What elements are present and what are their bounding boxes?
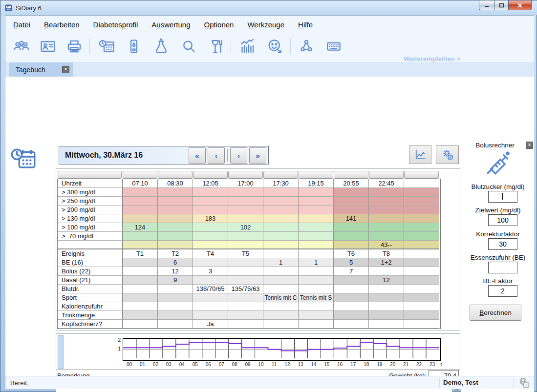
table-cell[interactable]	[193, 188, 228, 197]
last-day-button[interactable]: »	[249, 147, 266, 164]
table-cell[interactable]: 124	[123, 223, 158, 232]
table-cell[interactable]	[228, 320, 263, 329]
table-cell[interactable]: 9	[158, 276, 193, 285]
table-cell[interactable]	[158, 302, 193, 311]
table-cell[interactable]	[334, 188, 369, 197]
table-cell[interactable]: 43--	[369, 241, 404, 249]
table-cell[interactable]	[369, 214, 404, 223]
basal-chart-scroll-strip[interactable]	[58, 335, 64, 369]
minimize-button[interactable]	[479, 0, 494, 10]
table-cell[interactable]	[123, 311, 158, 320]
table-cell[interactable]	[369, 232, 404, 241]
table-cell[interactable]	[123, 276, 158, 285]
table-cell[interactable]	[299, 241, 334, 249]
search-icon[interactable]	[180, 38, 197, 55]
table-cell[interactable]: T6	[334, 249, 369, 258]
table-cell[interactable]	[404, 311, 439, 320]
menu-item-bearbeiten[interactable]: Bearbeiten	[44, 21, 80, 29]
table-cell[interactable]	[299, 249, 334, 258]
table-cell[interactable]: T1	[123, 249, 158, 258]
table-cell[interactable]	[123, 197, 158, 206]
table-cell[interactable]	[123, 241, 158, 249]
statistics-icon[interactable]	[238, 38, 256, 55]
table-cell[interactable]	[334, 241, 369, 249]
table-cell[interactable]: T4	[193, 249, 228, 258]
table-cell[interactable]	[404, 223, 439, 232]
table-cell[interactable]	[369, 206, 404, 214]
table-cell[interactable]	[228, 232, 263, 241]
table-cell[interactable]	[299, 302, 334, 311]
table-cell[interactable]	[334, 285, 369, 293]
table-cell[interactable]	[334, 311, 369, 320]
table-cell[interactable]	[228, 302, 263, 311]
table-cell[interactable]	[193, 241, 228, 249]
table-cell[interactable]	[404, 206, 439, 214]
table-cell[interactable]	[228, 258, 263, 267]
table-cell[interactable]	[404, 293, 439, 302]
table-cell[interactable]	[299, 320, 334, 329]
table-cell[interactable]	[369, 293, 404, 302]
table-cell[interactable]	[404, 285, 439, 293]
table-cell[interactable]: Ja	[193, 320, 228, 329]
table-cell[interactable]	[369, 302, 404, 311]
table-cell[interactable]	[404, 232, 439, 241]
table-cell[interactable]	[193, 293, 228, 302]
table-cell[interactable]	[263, 267, 299, 276]
table-cell[interactable]	[404, 276, 439, 285]
table-cell[interactable]: 135/75/63	[228, 285, 263, 293]
table-cell[interactable]: Tennis mit C	[263, 293, 299, 302]
column-header-button[interactable]	[158, 171, 193, 179]
table-cell[interactable]	[404, 267, 439, 276]
table-cell[interactable]	[193, 258, 228, 267]
table-cell[interactable]: 102	[228, 223, 263, 232]
table-cell[interactable]	[228, 311, 263, 320]
table-cell[interactable]	[404, 302, 439, 311]
tab-close-icon[interactable]: x	[62, 66, 69, 73]
column-header-button[interactable]	[123, 171, 157, 179]
table-cell[interactable]	[299, 267, 334, 276]
share-icon[interactable]	[298, 38, 315, 55]
lab-flask-icon[interactable]	[152, 38, 170, 55]
table-cell[interactable]	[404, 241, 439, 249]
nutrition-icon[interactable]	[207, 38, 225, 55]
keyboard-icon[interactable]	[325, 38, 343, 55]
table-cell[interactable]	[228, 293, 263, 302]
table-cell[interactable]	[228, 214, 263, 223]
table-cell[interactable]	[263, 206, 299, 214]
table-cell[interactable]	[263, 302, 299, 311]
table-cell[interactable]	[228, 197, 263, 206]
menu-item-hilfe[interactable]: Hilfe	[298, 21, 313, 29]
table-cell[interactable]	[158, 320, 193, 329]
table-cell[interactable]	[263, 311, 299, 320]
table-cell[interactable]	[123, 320, 158, 329]
table-cell[interactable]	[404, 320, 439, 329]
table-cell[interactable]	[158, 188, 193, 197]
maximize-button[interactable]	[494, 0, 508, 10]
table-cell[interactable]	[123, 206, 158, 214]
table-cell[interactable]	[158, 214, 193, 223]
table-cell[interactable]	[263, 232, 299, 241]
column-header-button[interactable]	[228, 171, 263, 179]
table-cell[interactable]: 12	[158, 267, 193, 276]
table-cell[interactable]: 22:45	[369, 179, 404, 188]
table-cell[interactable]	[158, 206, 193, 214]
table-cell[interactable]	[299, 206, 334, 214]
column-header-button[interactable]	[404, 171, 439, 179]
table-cell[interactable]	[404, 258, 439, 267]
previous-day-button[interactable]: ‹	[208, 147, 225, 164]
bolus-field-input-2[interactable]	[488, 238, 517, 250]
table-cell[interactable]: 183	[193, 214, 228, 223]
menu-item-werkzeuge[interactable]: Werkzeuge	[247, 21, 284, 29]
settings-gear-button[interactable]	[436, 145, 459, 164]
bolus-field-input-3[interactable]	[488, 262, 517, 273]
table-cell[interactable]	[158, 293, 193, 302]
diary-calendar-icon[interactable]	[98, 38, 116, 55]
table-cell[interactable]	[334, 302, 369, 311]
table-cell[interactable]	[334, 293, 369, 302]
menu-item-diabetesprofil[interactable]: Diabetesprofil	[93, 21, 138, 29]
table-cell[interactable]	[123, 293, 158, 302]
table-cell[interactable]	[123, 214, 158, 223]
glucose-meter-icon[interactable]	[125, 38, 143, 55]
table-cell[interactable]: 07:10	[123, 179, 158, 188]
table-cell[interactable]	[299, 223, 334, 232]
